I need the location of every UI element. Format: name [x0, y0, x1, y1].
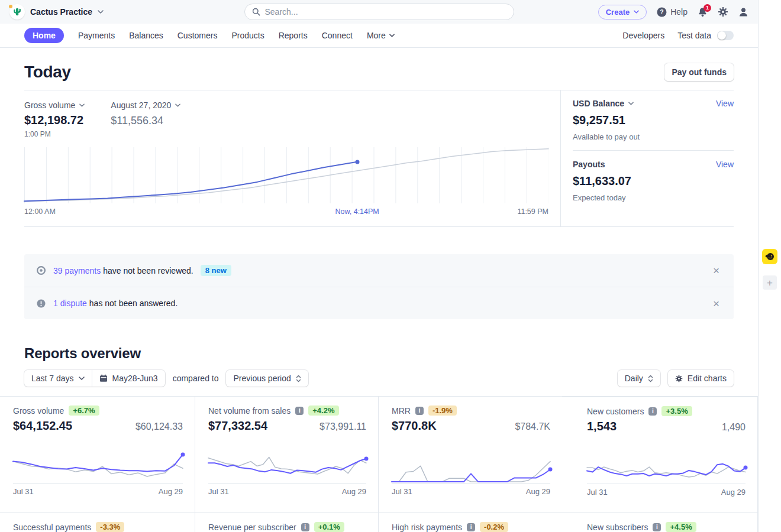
metric-card: New customers i +3.5% 1,543 1,490 Jul 31… [562, 397, 758, 512]
metric-sparkline [208, 445, 366, 484]
trend-badge: -0.2% [480, 522, 508, 532]
settings-button[interactable] [718, 7, 728, 17]
info-icon[interactable]: i [415, 407, 424, 415]
date-range-button[interactable]: May28-Jun3 [92, 370, 165, 387]
metric-label: Gross volume [13, 406, 64, 416]
mailchimp-icon [764, 251, 775, 262]
mailchimp-app-button[interactable] [762, 249, 777, 264]
help-icon: ? [657, 7, 667, 17]
search-icon [252, 8, 260, 16]
trend-badge: +4.5% [666, 522, 696, 532]
metric-card: MRR i -1.9% $770.8K $784.7K Jul 31 Aug 2… [379, 397, 562, 512]
search-bar[interactable] [244, 4, 514, 20]
range-preset-button[interactable]: Last 7 days [24, 370, 92, 387]
chevron-down-icon [389, 34, 395, 37]
payments-review-link[interactable]: 39 payments [53, 266, 101, 275]
gear-icon [718, 7, 728, 17]
notification-text: has not been answered. [89, 299, 178, 308]
balances-panel: USD Balance View $9,257.51 Available to … [561, 90, 734, 226]
info-icon[interactable]: i [648, 407, 657, 416]
profile-button[interactable] [738, 7, 748, 17]
nav-tab[interactable]: Balances [129, 31, 163, 40]
chevron-down-icon [79, 103, 85, 107]
metric-value: $77,332.54 [208, 419, 267, 433]
trend-badge: +0.1% [314, 522, 344, 532]
metric-value: $770.8K [392, 419, 437, 433]
spark-x-end: Aug 29 [342, 487, 366, 496]
chevron-down-icon [98, 10, 104, 14]
dispute-link[interactable]: 1 dispute [53, 299, 87, 308]
search-input[interactable] [265, 7, 506, 17]
metric-card: New subscribers i +4.5% 12,068 [562, 512, 758, 532]
compared-to-label: compared to [173, 374, 219, 383]
usd-balance-block: USD Balance View $9,257.51 Available to … [573, 99, 734, 151]
usd-balance-view-link[interactable]: View [716, 99, 734, 108]
alert-icon [36, 299, 46, 309]
account-switcher[interactable]: Cactus Practice [9, 4, 104, 20]
spark-x-end: Aug 29 [159, 487, 183, 496]
notification-text: have not been reviewed. [103, 266, 193, 275]
metric-cards-grid: Gross volume +6.7% $64,152.45 $60,124.33… [0, 396, 758, 532]
chevron-down-icon [628, 102, 634, 105]
dispute-notification: 1 disputehas not been answered. × [24, 287, 734, 319]
spark-x-end: Aug 29 [721, 488, 746, 497]
metric-sparkline [587, 445, 746, 484]
svg-text:?: ? [660, 8, 663, 15]
nav-tab[interactable]: Home [24, 28, 64, 43]
notifications-button[interactable]: 1 [698, 7, 708, 17]
info-icon[interactable]: i [653, 523, 661, 531]
usd-balance-selector[interactable]: USD Balance [573, 99, 634, 108]
info-icon[interactable]: i [295, 407, 304, 415]
info-icon[interactable]: i [301, 523, 309, 531]
create-button[interactable]: Create [598, 5, 647, 20]
metric-label: Revenue per subscriber [208, 523, 296, 532]
main-nav: Home Payments Balances Customers [0, 24, 758, 48]
cactus-logo-icon [9, 4, 25, 20]
metric-label: New subscribers [587, 523, 648, 532]
trend-badge: +4.2% [308, 406, 338, 416]
chart-x-end: 11:59 PM [517, 207, 548, 216]
metric-card: Successful payments -3.3% 5,286 [0, 512, 195, 532]
updown-icon [648, 375, 653, 382]
today-volume-chart [24, 147, 548, 203]
spark-x-start: Jul 31 [392, 487, 412, 496]
nav-tab[interactable]: Products [231, 31, 264, 40]
trend-badge: +6.7% [69, 406, 99, 416]
pay-out-funds-button[interactable]: Pay out funds [664, 63, 734, 81]
payments-review-notification: 39 paymentshave not been reviewed. 8 new… [24, 254, 734, 287]
info-icon[interactable]: i [467, 523, 475, 531]
gross-volume-selector[interactable]: Gross volume [24, 100, 85, 110]
close-icon[interactable]: × [713, 265, 719, 276]
spark-x-start: Jul 31 [13, 487, 34, 496]
metric-label: MRR [392, 406, 411, 416]
topbar: Cactus Practice Create ? Help 1 [0, 0, 758, 24]
edit-charts-button[interactable]: Edit charts [668, 370, 734, 387]
nav-tab[interactable]: Payments [78, 31, 115, 40]
test-data-label: Test data [677, 31, 711, 40]
chart-x-start: 12:00 AM [24, 207, 56, 216]
developers-link[interactable]: Developers [622, 31, 664, 40]
usd-balance-caption: Available to pay out [573, 132, 734, 141]
help-button[interactable]: ? Help [657, 7, 688, 17]
add-button[interactable]: + [763, 275, 777, 290]
trend-badge: +3.5% [661, 406, 692, 416]
interval-select[interactable]: Daily [618, 370, 660, 387]
metric-label: New customers [587, 407, 644, 416]
gross-volume-value: $12,198.72 [24, 113, 85, 127]
metric-compare-value: $73,991.11 [320, 421, 366, 432]
metric-card: Gross volume +6.7% $64,152.45 $60,124.33… [0, 397, 195, 512]
nav-tab[interactable]: Customers [178, 31, 218, 40]
nav-tab[interactable]: Connect [322, 31, 353, 40]
comparison-period-select[interactable]: Previous period [226, 370, 308, 387]
nav-tab[interactable]: Reports [279, 31, 308, 40]
compare-date-stat: August 27, 2020 $11,556.34 [111, 100, 180, 138]
test-data-toggle[interactable] [717, 31, 734, 40]
spark-x-start: Jul 31 [208, 487, 229, 496]
nav-tab[interactable]: More [367, 31, 395, 40]
page-title: Today [24, 63, 71, 82]
close-icon[interactable]: × [713, 298, 719, 309]
payouts-view-link[interactable]: View [716, 160, 734, 169]
notifications-panel: 39 paymentshave not been reviewed. 8 new… [24, 254, 734, 319]
compare-date-selector[interactable]: August 27, 2020 [111, 100, 180, 110]
metric-card: Net volume from sales i +4.2% $77,332.54… [195, 397, 379, 512]
